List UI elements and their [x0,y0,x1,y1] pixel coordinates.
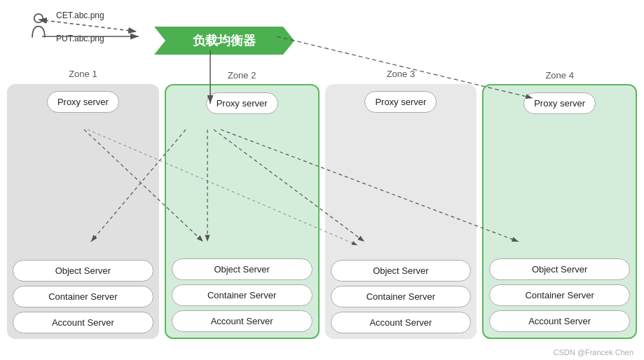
put-label: PUT.abc.png [56,34,104,43]
zone-4-proxy: Proxy server [523,92,596,114]
watermark: CSDN @Francek Chen [554,348,633,356]
zone-3-account: Account Server [331,312,472,333]
load-balancer: 负载均衡器 [154,27,294,55]
zone-1-account: Account Server [13,312,153,333]
zone-1-label: Zone 1 [69,69,97,79]
zone-2: Zone 2 Proxy server Object Server Contai… [165,84,320,339]
zone-3-object: Object Server [331,260,472,282]
zone-2-container: Container Server [172,284,313,306]
zone-1-container: Container Server [13,286,153,307]
zone-4-account: Account Server [489,310,630,332]
zone-2-proxy: Proxy server [206,92,278,114]
svg-point-0 [34,14,43,22]
zone-3-container: Container Server [331,286,472,307]
zone-1-proxy: Proxy server [47,91,119,113]
zone-3: Zone 3 Proxy server Object Server Contai… [325,84,477,339]
zone-2-account: Account Server [172,310,313,332]
zone-3-label: Zone 3 [387,69,415,79]
get-label: CET.abc.png [56,11,104,20]
zones-container: Zone 1 Proxy server Object Server Contai… [7,84,637,339]
person-icon [28,13,49,41]
zone-1-object: Object Server [13,260,153,282]
zone-2-label: Zone 2 [228,70,256,81]
zone-2-object: Object Server [172,258,313,280]
zone-3-proxy: Proxy server [364,91,437,113]
zone-4: Zone 4 Proxy server Object Server Contai… [482,84,637,339]
zone-4-object: Object Server [489,258,630,280]
zone-4-container: Container Server [489,284,630,306]
top-area: CET.abc.png PUT.abc.png 负载均衡器 [14,7,630,70]
zone-1: Zone 1 Proxy server Object Server Contai… [7,84,159,339]
zone-4-label: Zone 4 [545,70,573,81]
